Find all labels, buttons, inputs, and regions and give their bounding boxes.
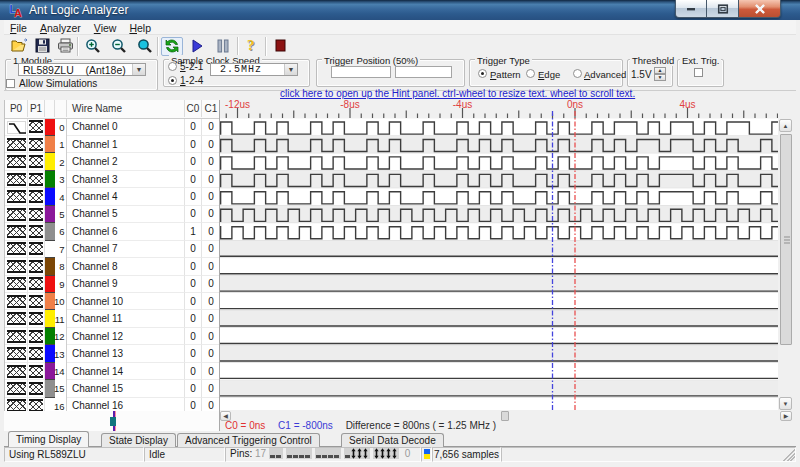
- channel-row-7[interactable]: 7Channel 700: [5, 241, 219, 258]
- p1-pattern-box[interactable]: [29, 138, 43, 151]
- p1-pattern-box[interactable]: [29, 225, 43, 238]
- p1-pattern-box[interactable]: [29, 190, 43, 203]
- hint-link[interactable]: click here to open up the Hint panel. ct…: [280, 88, 635, 99]
- channel-name[interactable]: Channel 11: [67, 310, 185, 327]
- channel-row-11[interactable]: 11Channel 1100: [5, 310, 219, 327]
- channel-row-13[interactable]: 13Channel 1300: [5, 345, 219, 362]
- clock-speed-select[interactable]: 2.5MHz ▼: [210, 63, 298, 76]
- p1-pattern-box[interactable]: [29, 347, 43, 360]
- pause-button[interactable]: [212, 37, 234, 56]
- channel-row-14[interactable]: 14Channel 1400: [5, 363, 219, 380]
- p1-pattern-box[interactable]: [29, 277, 43, 290]
- channel-row-1[interactable]: 1Channel 100: [5, 136, 219, 153]
- channel-name[interactable]: Channel 6: [67, 223, 185, 240]
- channel-row-12[interactable]: 12Channel 1200: [5, 328, 219, 345]
- module-select-arrow[interactable]: ▼: [132, 64, 145, 75]
- trigger-edge-radio[interactable]: [526, 69, 535, 78]
- p1-pattern-box[interactable]: [29, 260, 43, 273]
- threshold-spin-up[interactable]: ▲: [654, 67, 666, 74]
- tab-advanced-triggering-control[interactable]: Advanced Triggering Control: [177, 433, 320, 447]
- help-button[interactable]: ??: [242, 37, 264, 56]
- zoom-in-button[interactable]: [82, 37, 104, 56]
- module-select[interactable]: RL589ZLU (Ant18e) ▼: [18, 63, 146, 76]
- p0-pattern-box[interactable]: [7, 208, 26, 221]
- p1-pattern-box[interactable]: [29, 330, 43, 343]
- channel-name[interactable]: Channel 2: [67, 153, 185, 170]
- tab-timing-display[interactable]: Timing Display: [8, 431, 89, 447]
- clock-speed-arrow[interactable]: ▼: [284, 64, 297, 75]
- menu-help[interactable]: Help: [129, 20, 151, 35]
- hscroll-left-button[interactable]: ◀: [220, 411, 231, 421]
- clock-mode-124-radio[interactable]: [168, 76, 177, 85]
- zoom-actual-button[interactable]: [134, 37, 156, 56]
- p0-pattern-box[interactable]: [7, 173, 26, 186]
- menu-analyzer[interactable]: Analyzer: [40, 20, 81, 35]
- minimize-button[interactable]: [675, 0, 707, 18]
- channel-name[interactable]: Channel 10: [67, 293, 185, 310]
- channel-row-2[interactable]: 2Channel 200: [5, 153, 219, 170]
- tab-serial-data-decode[interactable]: Serial Data Decode: [341, 433, 444, 447]
- refresh-button[interactable]: [161, 37, 183, 56]
- p0-pattern-box[interactable]: [7, 347, 26, 360]
- channel-name[interactable]: Channel 0: [67, 119, 185, 136]
- channel-name[interactable]: Channel 7: [67, 241, 185, 258]
- p0-falling-edge[interactable]: [7, 121, 26, 134]
- p1-pattern-box[interactable]: [29, 208, 43, 221]
- vscroll-down-button[interactable]: ▼: [779, 397, 792, 410]
- p1-pattern-box[interactable]: [29, 120, 43, 133]
- channel-row-16[interactable]: 16Channel 1600: [5, 398, 219, 411]
- p0-pattern-box[interactable]: [7, 399, 26, 411]
- p0-pattern-box[interactable]: [7, 365, 26, 378]
- channel-row-8[interactable]: 8Channel 800: [5, 258, 219, 275]
- p0-pattern-box[interactable]: [7, 295, 26, 308]
- waveform-vscrollbar[interactable]: ▲ ▼: [779, 119, 792, 410]
- channel-name[interactable]: Channel 14: [67, 363, 185, 380]
- channel-name[interactable]: Channel 12: [67, 328, 185, 345]
- p0-pattern-box[interactable]: [7, 260, 26, 273]
- trigger-position-field-2[interactable]: [395, 66, 452, 78]
- p0-pattern-box[interactable]: [7, 155, 26, 168]
- title-bar[interactable]: L A Ant Logic Analyzer: [0, 0, 800, 20]
- channel-name[interactable]: Channel 16: [67, 398, 185, 411]
- p1-pattern-box[interactable]: [29, 312, 43, 325]
- p0-pattern-box[interactable]: [7, 138, 26, 151]
- p1-pattern-box[interactable]: [29, 242, 43, 255]
- channel-row-15[interactable]: 15Channel 1500: [5, 380, 219, 397]
- channel-name[interactable]: Channel 3: [67, 171, 185, 188]
- p1-pattern-box[interactable]: [29, 295, 43, 308]
- clock-mode-521-radio[interactable]: [168, 62, 177, 71]
- channel-name[interactable]: Channel 1: [67, 136, 185, 153]
- maximize-button[interactable]: [707, 0, 739, 18]
- p0-pattern-box[interactable]: [7, 382, 26, 395]
- p0-pattern-box[interactable]: [7, 277, 26, 290]
- channel-name[interactable]: Channel 13: [67, 345, 185, 362]
- vscroll-thumb[interactable]: [780, 134, 792, 345]
- channel-name[interactable]: Channel 8: [67, 258, 185, 275]
- close-button[interactable]: [739, 0, 781, 18]
- stop-button[interactable]: [269, 37, 291, 56]
- p0-pattern-box[interactable]: [7, 330, 26, 343]
- channel-name[interactable]: Channel 15: [67, 380, 185, 397]
- p1-pattern-box[interactable]: [29, 382, 43, 395]
- p1-pattern-box[interactable]: [29, 173, 43, 186]
- threshold-spin-down[interactable]: ▼: [654, 74, 666, 81]
- trigger-position-field-1[interactable]: [331, 66, 391, 78]
- vscroll-up-button[interactable]: ▲: [779, 119, 792, 132]
- p0-pattern-box[interactable]: [7, 225, 26, 238]
- trigger-position-marker-thumb[interactable]: [110, 417, 116, 426]
- hscroll-thumb[interactable]: [501, 411, 509, 421]
- p0-pattern-box[interactable]: [7, 312, 26, 325]
- save-button[interactable]: [31, 37, 53, 56]
- allow-simulations-checkbox[interactable]: [6, 79, 15, 88]
- trigger-pattern-radio[interactable]: [478, 69, 487, 78]
- channel-row-9[interactable]: 9Channel 900: [5, 276, 219, 293]
- channel-row-0[interactable]: 0Channel 000: [5, 119, 219, 136]
- p0-pattern-box[interactable]: [7, 190, 26, 203]
- resize-grip[interactable]: [783, 449, 795, 461]
- channel-row-6[interactable]: 6Channel 610: [5, 223, 219, 240]
- trigger-advanced-radio[interactable]: [573, 69, 582, 78]
- channel-row-3[interactable]: 3Channel 300: [5, 171, 219, 188]
- open-button[interactable]: [8, 37, 30, 56]
- print-button[interactable]: [54, 37, 76, 56]
- menu-file[interactable]: File: [10, 20, 27, 35]
